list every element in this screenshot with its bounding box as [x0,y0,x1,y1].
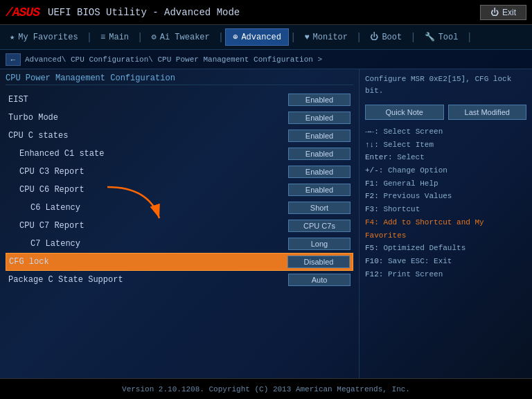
config-label-cpu_c7_report: CPU C7 Report [8,221,288,231]
tab-main[interactable]: ≡ Main [94,30,136,45]
config-label-c7_latency: C7 Latency [8,239,288,249]
right-panel: Configure MSR 0xE2[15], CFG lock bit. Qu… [359,69,532,378]
star-icon: ★ [10,32,15,42]
last-modified-button[interactable]: Last Modified [448,105,527,120]
config-label-cpu_c6_report: CPU C6 Report [8,185,288,195]
advanced-icon: ⊕ [233,32,238,42]
quick-note-button[interactable]: Quick Note [365,105,444,120]
asus-logo: /ASUS [6,6,39,19]
config-row-cfg_lock[interactable]: CFG lockDisabled [6,253,353,271]
header: /ASUS UEFI BIOS Utility - Advanced Mode … [0,0,532,25]
config-value-c6_latency[interactable]: Short [288,202,351,214]
config-value-cpu_c_states[interactable]: Enabled [288,130,351,142]
config-value-c7_latency[interactable]: Long [288,238,351,250]
config-label-c6_latency: C6 Latency [8,203,288,213]
nav-tabs: ★ My Favorites | ≡ Main | ⚙ Ai Tweaker |… [0,25,532,50]
config-value-cpu_c7_report[interactable]: CPU C7s [288,220,351,232]
config-value-cfg_lock[interactable]: Disabled [287,256,350,268]
left-panel: CPU Power Management Configuration EISTE… [0,69,359,378]
tab-boot[interactable]: ⏻ Boot [363,29,409,45]
config-value-package_c[interactable]: Auto [288,274,351,286]
header-title: UEFI BIOS Utility - Advanced Mode [48,7,480,18]
config-label-eist: EIST [8,95,288,105]
tool-icon: 🔧 [425,32,435,42]
config-label-cpu_c_states: CPU C states [8,131,288,141]
monitor-icon: ♥ [304,33,309,42]
main-content: CPU Power Management Configuration EISTE… [0,69,532,378]
config-row-cpu_c_states[interactable]: CPU C statesEnabled [6,127,353,145]
tab-ai-tweaker[interactable]: ⚙ Ai Tweaker [144,29,216,45]
power-icon: ⏻ [490,8,499,17]
shortcuts: →←: Select Screen↑↓: Select ItemEnter: S… [365,125,526,281]
config-label-package_c: Package C State Support [8,275,288,285]
breadcrumb-path: Advanced\ CPU Configuration\ CPU Power M… [25,55,322,64]
footer-text: Version 2.10.1208. Copyright (C) 2013 Am… [122,385,410,393]
config-row-cpu_c7_report[interactable]: CPU C7 ReportCPU C7s [6,217,353,235]
config-value-cpu_c3_report[interactable]: Enabled [288,166,351,178]
config-row-package_c[interactable]: Package C State SupportAuto [6,271,353,289]
config-row-enhanced_c1[interactable]: Enhanced C1 stateEnabled [6,145,353,163]
config-value-enhanced_c1[interactable]: Enabled [288,148,351,160]
config-rows: EISTEnabledTurbo ModeEnabledCPU C states… [6,91,353,289]
config-row-c7_latency[interactable]: C7 LatencyLong [6,235,353,253]
config-row-eist[interactable]: EISTEnabled [6,91,353,109]
quick-buttons: Quick Note Last Modified [365,105,526,120]
back-button[interactable]: ← [6,53,21,66]
config-row-turbo_mode[interactable]: Turbo ModeEnabled [6,109,353,127]
footer: Version 2.10.1208. Copyright (C) 2013 Am… [0,378,532,399]
menu-icon: ≡ [100,33,105,42]
info-text: Configure MSR 0xE2[15], CFG lock bit. [365,73,526,96]
tweaker-icon: ⚙ [151,32,156,42]
tab-advanced[interactable]: ⊕ Advanced [225,28,289,46]
exit-button[interactable]: ⏻ Exit [480,5,526,20]
config-value-turbo_mode[interactable]: Enabled [288,112,351,124]
tab-favorites[interactable]: ★ My Favorites [3,29,85,45]
config-label-enhanced_c1: Enhanced C1 state [8,149,288,159]
config-label-cpu_c3_report: CPU C3 Report [8,167,288,177]
config-row-cpu_c3_report[interactable]: CPU C3 ReportEnabled [6,163,353,181]
config-label-turbo_mode: Turbo Mode [8,113,288,123]
config-label-cfg_lock: CFG lock [9,257,287,267]
config-value-cpu_c6_report[interactable]: Enabled [288,184,351,196]
boot-icon: ⏻ [370,32,378,42]
breadcrumb: ← Advanced\ CPU Configuration\ CPU Power… [0,50,532,69]
tab-monitor[interactable]: ♥ Monitor [297,30,355,45]
config-row-cpu_c6_report[interactable]: CPU C6 ReportEnabled [6,181,353,199]
section-title: CPU Power Management Configuration [6,72,353,85]
tab-tool[interactable]: 🔧 Tool [418,29,466,45]
config-value-eist[interactable]: Enabled [288,94,351,106]
config-row-c6_latency[interactable]: C6 LatencyShort [6,199,353,217]
